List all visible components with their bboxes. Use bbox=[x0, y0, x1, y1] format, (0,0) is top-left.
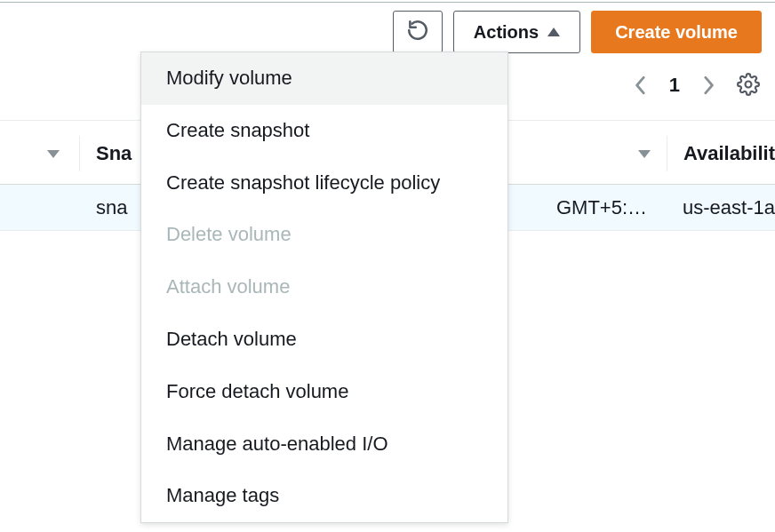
menu-item-force-detach-volume[interactable]: Force detach volume bbox=[141, 366, 507, 418]
menu-item-manage-tags[interactable]: Manage tags bbox=[141, 470, 507, 522]
sort-icon bbox=[47, 150, 60, 158]
actions-dropdown: Modify volume Create snapshot Create sna… bbox=[140, 52, 508, 523]
actions-label: Actions bbox=[474, 22, 539, 43]
cell-availability: us-east-1a bbox=[658, 196, 775, 219]
sort-icon bbox=[638, 150, 651, 158]
toolbar: Actions Create volume bbox=[393, 11, 762, 53]
page-number: 1 bbox=[669, 74, 680, 97]
menu-item-detach-volume[interactable]: Detach volume bbox=[141, 314, 507, 366]
create-volume-label: Create volume bbox=[615, 22, 738, 43]
menu-item-create-snapshot-lifecycle-policy[interactable]: Create snapshot lifecycle policy bbox=[141, 157, 507, 210]
column-header-mid[interactable] bbox=[607, 136, 667, 171]
cell-snapshot: sna bbox=[0, 196, 127, 219]
refresh-icon bbox=[406, 19, 429, 46]
gear-icon bbox=[737, 73, 760, 96]
column-header-availability[interactable]: Availabilit bbox=[667, 142, 775, 165]
menu-item-modify-volume[interactable]: Modify volume bbox=[141, 52, 507, 105]
menu-item-attach-volume: Attach volume bbox=[141, 261, 507, 314]
column-label-snapshot: Sna bbox=[96, 142, 132, 165]
actions-button[interactable]: Actions bbox=[453, 11, 580, 53]
column-header-snapshot[interactable]: Sna bbox=[80, 142, 132, 165]
refresh-button[interactable] bbox=[393, 11, 443, 53]
chevron-left-icon bbox=[634, 75, 648, 95]
svg-point-0 bbox=[746, 82, 752, 88]
chevron-right-icon bbox=[701, 75, 715, 95]
next-page-button[interactable] bbox=[696, 73, 721, 98]
menu-item-manage-auto-io[interactable]: Manage auto-enabled I/O bbox=[141, 418, 507, 471]
menu-item-create-snapshot[interactable]: Create snapshot bbox=[141, 105, 507, 157]
column-label-availability: Availabilit bbox=[683, 142, 775, 165]
create-volume-button[interactable]: Create volume bbox=[591, 11, 762, 53]
prev-page-button[interactable] bbox=[628, 73, 653, 98]
pagination: 1 bbox=[628, 73, 762, 98]
caret-up-icon bbox=[547, 28, 560, 36]
settings-button[interactable] bbox=[737, 73, 762, 98]
menu-item-delete-volume: Delete volume bbox=[141, 209, 507, 261]
cell-time: GMT+5:… bbox=[556, 196, 658, 219]
column-header-partial[interactable] bbox=[0, 136, 80, 171]
